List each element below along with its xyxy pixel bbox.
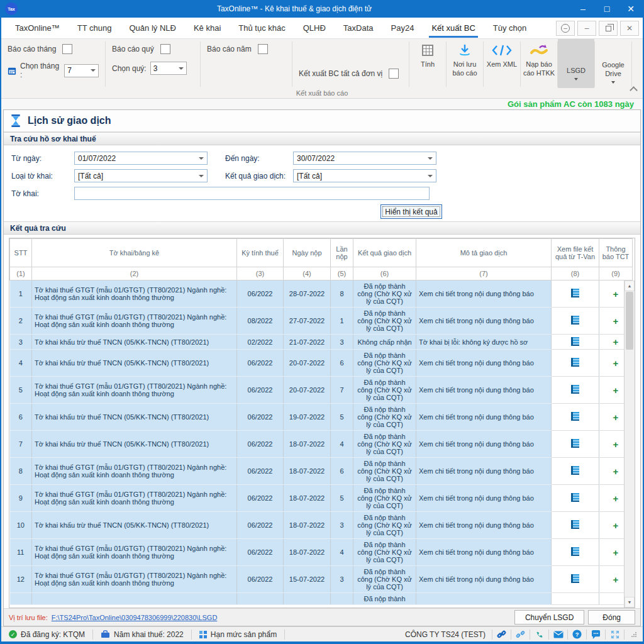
export-all-units-checkbox[interactable]: [389, 69, 399, 79]
expand-icon[interactable]: [605, 630, 624, 640]
file-location-link[interactable]: F:\TS24Pro\TaxOnline\0309478306999\22083…: [52, 614, 218, 621]
table-row[interactable]: 12Tờ khai thuế GTGT (mẫu 01/GTGT) (TT80/…: [10, 566, 633, 593]
table-row[interactable]: 7Tờ khai khấu trừ thuế TNCN (05/KK-TNCN)…: [10, 431, 633, 458]
table-row[interactable]: 2Tờ khai thuế GTGT (mẫu 01/GTGT) (TT80/2…: [10, 308, 633, 335]
report-file-icon[interactable]: [571, 547, 579, 556]
quarterly-report-checkbox[interactable]: [160, 44, 170, 54]
table-row[interactable]: 5Tờ khai thuế GTGT (mẫu 01/GTGT) (TT80/2…: [10, 377, 633, 404]
close-dialog-button[interactable]: Đóng: [588, 610, 635, 625]
view-tvan-file-cell[interactable]: [552, 350, 599, 377]
scrollbar-thumb[interactable]: [626, 292, 633, 350]
table-row[interactable]: 3Tờ khai khấu trừ thuế TNCN (05/KK-TNCN)…: [10, 335, 633, 350]
plus-icon[interactable]: +: [613, 336, 619, 347]
doc-restore-button[interactable]: [599, 21, 618, 36]
declaration-input[interactable]: [74, 187, 430, 200]
column-header[interactable]: Ngày nộp: [284, 239, 331, 267]
column-header[interactable]: Tờ khai/bảng kê: [32, 239, 237, 267]
resize-grip-icon[interactable]: [624, 630, 643, 640]
scroll-up-icon[interactable]: ▲: [625, 280, 635, 291]
view-tvan-file-cell[interactable]: [552, 404, 599, 431]
mail-icon[interactable]: [548, 630, 567, 640]
product-quota-item[interactable]: Hạn mức sản phẩm: [192, 630, 285, 640]
plus-icon[interactable]: +: [613, 385, 619, 396]
table-scrollbar[interactable]: ▲ ▼: [624, 280, 635, 608]
view-tvan-file-cell[interactable]: [552, 566, 599, 593]
view-tvan-file-cell[interactable]: [552, 593, 599, 605]
menu-tab[interactable]: Thủ tục khác: [230, 18, 294, 38]
table-row[interactable]: 8Tờ khai thuế GTGT (mẫu 01/GTGT) (TT80/2…: [10, 458, 633, 485]
phone-icon[interactable]: [530, 630, 548, 640]
table-row[interactable]: 1Tờ khai thuế GTGT (mẫu 01/GTGT) (TT80/2…: [10, 280, 633, 308]
column-header[interactable]: STT: [10, 239, 32, 267]
view-tvan-file-cell[interactable]: [552, 458, 599, 485]
table-row[interactable]: 9Tờ khai thuế GTGT (mẫu 01/GTGT) (TT80/2…: [10, 485, 633, 512]
table-row[interactable]: 6Tờ khai khấu trừ thuế TNCN (05/KK-TNCN)…: [10, 404, 633, 431]
doc-minimize-button[interactable]: –: [577, 21, 596, 36]
table-row[interactable]: 4Tờ khai khấu trừ thuế TNCN (05/KK-TNCN)…: [10, 350, 633, 377]
menu-tab[interactable]: Kê khai: [185, 18, 230, 38]
plus-icon[interactable]: +: [613, 574, 619, 585]
column-header[interactable]: Lần nộp: [331, 239, 353, 267]
calc-button[interactable]: Tính: [409, 39, 446, 88]
plus-icon[interactable]: +: [613, 412, 619, 423]
view-xml-button[interactable]: Xem XML: [484, 39, 520, 88]
menu-tab[interactable]: QLHĐ: [294, 18, 335, 38]
view-tvan-file-cell[interactable]: [552, 335, 599, 350]
menu-tab[interactable]: TaxData: [335, 18, 382, 38]
load-htkk-button[interactable]: Nạp báo cáo HTKK: [521, 39, 557, 88]
transaction-result-select[interactable]: [Tất cả]: [293, 169, 436, 182]
yearly-report-checkbox[interactable]: [258, 44, 268, 54]
chat-icon[interactable]: [586, 630, 605, 640]
menu-tab[interactable]: Pay24: [382, 18, 423, 38]
report-file-icon[interactable]: [571, 520, 579, 529]
table-row[interactable]: Đã nộp thành: [10, 593, 633, 605]
close-icon[interactable]: ✕: [619, 0, 643, 18]
quarter-select[interactable]: 3: [150, 62, 187, 75]
view-tvan-file-cell[interactable]: [552, 512, 599, 539]
menu-tab[interactable]: TT chung: [69, 18, 121, 38]
scroll-down-icon[interactable]: ▼: [625, 597, 635, 608]
column-header[interactable]: Kỳ tính thuế: [237, 239, 284, 267]
menu-tab[interactable]: Kết xuất BC: [423, 18, 484, 38]
report-file-icon[interactable]: [571, 439, 579, 448]
report-file-icon[interactable]: [571, 412, 579, 421]
month-select[interactable]: 7: [64, 64, 99, 77]
report-location-button[interactable]: Nơi lưu báo cáo: [447, 39, 483, 88]
report-file-icon[interactable]: [571, 385, 579, 394]
plus-icon[interactable]: +: [613, 547, 619, 558]
column-header[interactable]: Xem file kết quả từ T-Van: [552, 239, 599, 267]
report-file-icon[interactable]: [571, 466, 579, 475]
plus-icon[interactable]: +: [613, 358, 619, 369]
google-drive-button[interactable]: Google Drive: [595, 39, 631, 88]
help-icon[interactable]: ?: [567, 630, 586, 640]
report-file-icon[interactable]: [571, 316, 579, 325]
from-date-select[interactable]: 01/07/2022: [74, 152, 208, 165]
view-tvan-file-cell[interactable]: [552, 308, 599, 335]
plus-icon[interactable]: +: [613, 466, 619, 477]
table-row[interactable]: 11Tờ khai thuế GTGT (mẫu 01/GTGT) (TT80/…: [10, 539, 633, 566]
column-header[interactable]: Thông báo TCT: [599, 239, 633, 267]
plus-icon[interactable]: +: [613, 493, 619, 504]
view-tvan-file-cell[interactable]: [552, 377, 599, 404]
plus-icon[interactable]: +: [613, 439, 619, 450]
view-tvan-file-cell[interactable]: [552, 485, 599, 512]
table-row[interactable]: 10Tờ khai khấu trừ thuế TNCN (05/KK-TNCN…: [10, 512, 633, 539]
view-tvan-file-cell[interactable]: [552, 539, 599, 566]
scrollbar-track[interactable]: [625, 350, 635, 597]
report-file-icon[interactable]: [571, 337, 579, 346]
report-file-icon[interactable]: [571, 493, 579, 502]
to-date-select[interactable]: 30/07/2022: [293, 152, 436, 165]
column-header[interactable]: Kết quả giao dịch: [353, 239, 416, 267]
show-results-button[interactable]: Hiển thị kết quả: [380, 204, 442, 219]
broken-link-icon[interactable]: [511, 630, 530, 640]
menu-tab[interactable]: Quản lý NLĐ: [121, 18, 185, 38]
view-tvan-file-cell[interactable]: [552, 280, 599, 308]
minimize-icon[interactable]: –: [571, 0, 595, 18]
column-header[interactable]: Mô tả giao dịch: [416, 239, 552, 267]
ribbon-collapse-button[interactable]: –: [556, 21, 575, 36]
declaration-type-select[interactable]: [Tất cả]: [74, 169, 208, 182]
link-icon[interactable]: [492, 630, 511, 640]
doc-close-button[interactable]: ✕: [620, 21, 639, 36]
transfer-lsgd-button[interactable]: Chuyển LSGD: [514, 610, 584, 625]
maximize-icon[interactable]: □: [595, 0, 619, 18]
